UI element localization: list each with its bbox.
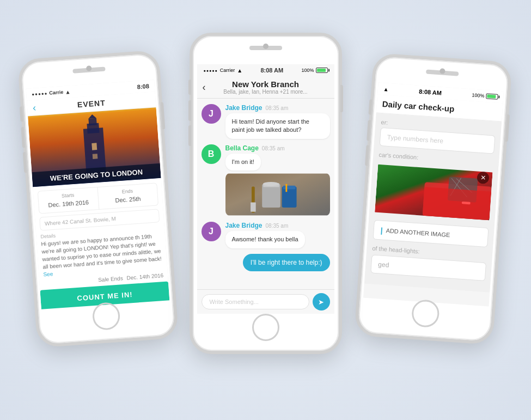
carrier-center: Carrier (220, 68, 235, 73)
sender-name-2: Bella Cage (225, 144, 259, 152)
event-details: Starts Dec. 19th 2016 Ends Dec. 25th Whe… (33, 178, 169, 309)
message-self: I'll be right there to help:) (202, 254, 330, 271)
right-time: 8:08 AM (419, 88, 442, 96)
chat-title: New York Branch (213, 80, 318, 89)
bubble-3: Awsome! thank you bella (225, 231, 305, 248)
sender-name-3: Jake Bridge (225, 222, 263, 229)
ends-col: Ends Dec. 25th (97, 183, 158, 209)
svg-rect-13 (283, 186, 295, 190)
event-dates: Starts Dec. 19th 2016 Ends Dec. 25th (38, 182, 158, 214)
camera-right (440, 68, 445, 74)
battery-fill-center (317, 69, 326, 72)
form-title: Daily car check-up (382, 99, 497, 117)
svg-rect-5 (91, 143, 97, 150)
select-placeholder: ged (378, 260, 389, 269)
chat-input-area: Write Something... ➤ (197, 289, 334, 314)
battery-area-right: 100% (472, 92, 498, 99)
sender-name-1: Jake Bridge (225, 104, 263, 112)
center-time: 8:08 AM (260, 67, 283, 74)
camera-center (263, 44, 268, 49)
battery-icon-center (316, 68, 328, 73)
svg-rect-6 (93, 154, 98, 159)
chat-header: ‹ New York Branch Bella, jake, Ian, Henn… (197, 76, 334, 99)
bubble-2: I'm on it! (225, 154, 261, 171)
battery-percent-right: 100% (472, 92, 485, 99)
avatar-bella: B (202, 144, 221, 164)
headlights-select[interactable]: ged (370, 254, 486, 281)
svg-rect-23 (423, 187, 491, 220)
bubble-1: Hi team! Did anyone start the paint job … (225, 113, 330, 139)
add-image-button[interactable]: | ADD ANOTHER IMAGE (373, 220, 489, 248)
phone-left: ●●●●● Carrie ▲ 8:08 ‹ EVENT (17, 50, 179, 348)
camera-left (86, 65, 92, 71)
event-hero-image: WE'RE GOING TO LONDON (28, 107, 161, 187)
sale-ends-value: Dec. 14th 2016 (126, 272, 163, 281)
where-label: Where (45, 220, 61, 227)
event-title: EVENT (77, 99, 106, 109)
wifi-area-right: ▲ (383, 86, 389, 93)
meta-2: Bella Cage 08:35 am (225, 144, 330, 152)
svg-rect-16 (251, 203, 256, 212)
volume-down-center (188, 125, 191, 146)
wifi-icon-left: ▲ (65, 89, 71, 95)
svg-point-11 (263, 182, 279, 186)
mute-button-center (188, 80, 191, 95)
carrier-name: Carrie (49, 89, 64, 96)
svg-rect-12 (282, 187, 296, 208)
bubble-wrap-3: Jake Bridge 08:35 am Awsome! thank you b… (225, 222, 330, 248)
back-button-left[interactable]: ‹ (32, 102, 36, 113)
ends-label: Ends (102, 187, 152, 196)
svg-rect-3 (88, 118, 96, 126)
chat-messages: J Jake Bridge 08:35 am Hi team! Did anyo… (197, 99, 334, 289)
starts-value: Dec. 19th 2016 (48, 199, 89, 208)
left-time: 8:08 (137, 83, 149, 90)
battery-icon-right (486, 93, 498, 100)
message-3: J Jake Bridge 08:35 am Awsome! thank you… (202, 222, 330, 248)
msg-time-3: 08:35 am (266, 223, 289, 229)
message-2: B Bella Cage 08:35 am I'm on it! (202, 144, 330, 216)
see-more-link[interactable]: See (43, 271, 53, 277)
mute-button (20, 106, 23, 121)
bubble-self: I'll be right there to help:) (243, 254, 330, 271)
paint-cans-svg (225, 173, 330, 216)
chat-subtitle: Bella, jake, Ian, Henna +21 more... (213, 89, 318, 95)
svg-rect-9 (262, 184, 280, 208)
power-button-center (340, 85, 343, 112)
chat-input-field[interactable]: Write Something... (202, 294, 309, 309)
form-content: er: Type numbers here car's condition: (364, 113, 502, 292)
carrier-signal: ●●●●● Carrier ▲ (204, 68, 243, 74)
battery-fill-right (487, 94, 496, 98)
svg-rect-1 (83, 127, 106, 173)
numbers-placeholder: Type numbers here (387, 133, 443, 145)
add-image-label: ADD ANOTHER IMAGE (386, 227, 450, 238)
wifi-icon-right: ▲ (383, 86, 389, 93)
send-icon: ➤ (318, 298, 324, 306)
right-phone-screen: ▲ 8:08 AM 100% Daily car check-up er: Ty… (363, 82, 504, 306)
sale-ends-label: Sale Ends (98, 275, 123, 283)
mute-button-right (368, 99, 372, 114)
send-button[interactable]: ➤ (313, 293, 330, 311)
wifi-icon-center: ▲ (237, 68, 242, 74)
details-text: Hi guys! we are so happy to announce th … (41, 232, 163, 278)
bubble-wrap-1: Jake Bridge 08:35 am Hi team! Did anyone… (225, 104, 330, 139)
chat-status-bar: ●●●●● Carrier ▲ 8:08 AM 100% (197, 64, 334, 76)
meta-1: Jake Bridge 08:35 am (225, 104, 330, 112)
chat-placeholder: Write Something... (210, 299, 259, 305)
car-svg (375, 161, 493, 223)
battery-percent-center: 100% (301, 68, 314, 73)
msg-time-2: 08:35 am (262, 145, 285, 151)
avatar-jake-2: J (202, 222, 221, 241)
phone-right: ▲ 8:08 AM 100% Daily car check-up er: Ty… (354, 53, 512, 345)
ends-value: Dec. 25th (115, 196, 141, 204)
phones-container: ●●●●● Carrie ▲ 8:08 ‹ EVENT (0, 0, 531, 420)
back-button-center[interactable]: ‹ (203, 82, 206, 93)
meta-3: Jake Bridge 08:35 am (225, 222, 330, 229)
signal-dots: ●●●●● (32, 90, 48, 96)
center-phone-screen: ●●●●● Carrier ▲ 8:08 AM 100% ‹ New York … (197, 64, 334, 314)
paint-image (225, 173, 330, 216)
add-pipe-icon: | (380, 226, 383, 234)
starts-col: Starts Dec. 19th 2016 (38, 187, 99, 214)
svg-rect-14 (285, 184, 287, 192)
phone-center: ●●●●● Carrier ▲ 8:08 AM 100% ‹ New York … (190, 33, 342, 354)
left-phone-screen: ●●●●● Carrie ▲ 8:08 ‹ EVENT (26, 80, 170, 309)
